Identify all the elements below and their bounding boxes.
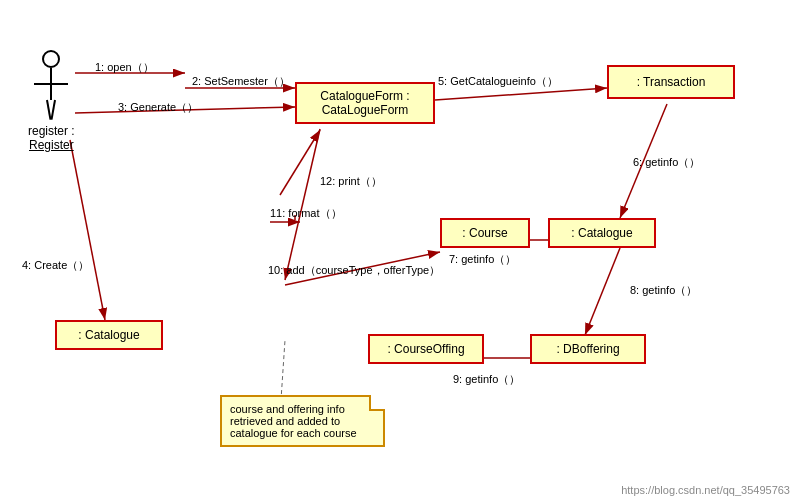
label-8-getinfo: 8: getinfo（） <box>630 283 697 298</box>
label-2-setsemester: 2: SetSemester（） <box>192 74 290 89</box>
box-courseoffing: : CourseOffing <box>368 334 484 364</box>
label-5-getcatalogueinfo: 5: GetCatalogueinfo（） <box>438 74 558 89</box>
svg-line-15 <box>280 130 320 195</box>
box-tr-line1: : Transaction <box>619 75 723 89</box>
label-12-print: 12: print（） <box>320 174 382 189</box>
label-4-create: 4: Create（） <box>22 258 89 273</box>
svg-line-6 <box>435 88 607 100</box>
box-catalogue-mid: : Catalogue <box>548 218 656 248</box>
actor-register: register : Register <box>28 50 75 152</box>
label-11-format: 11: format（） <box>270 206 342 221</box>
note-corner <box>369 395 385 411</box>
svg-line-9 <box>585 248 620 335</box>
box-db-line1: : DBoffering <box>540 342 636 356</box>
label-1-open: 1: open（） <box>95 60 154 75</box>
label-10-add: 10: add（courseType，offerType） <box>268 263 440 278</box>
actor-head <box>42 50 60 68</box>
box-catalogue-left: : Catalogue <box>55 320 163 350</box>
box-cf-line1: CatalogueForm : <box>305 89 425 103</box>
diagram-container: register : Register 1: open（） 2: SetSeme… <box>0 0 800 504</box>
box-cm-line1: : Catalogue <box>558 226 646 240</box>
box-cf-line2: CataLogueForm <box>305 103 425 117</box>
box-co-line1: : Course <box>450 226 520 240</box>
label-3-generate: 3: Generate（） <box>118 100 198 115</box>
label-7-getinfo: 7: getinfo（） <box>449 252 516 267</box>
box-dboffering: : DBoffering <box>530 334 646 364</box>
label-6-getinfo: 6: getinfo（） <box>633 155 700 170</box>
note-box: course and offering info retrieved and a… <box>220 395 385 447</box>
box-cof-line1: : CourseOffing <box>378 342 474 356</box>
actor-label1: register : <box>28 124 75 138</box>
svg-line-17 <box>285 129 320 280</box>
label-9-getinfo: 9: getinfo（） <box>453 372 520 387</box>
box-cl-line1: : Catalogue <box>65 328 153 342</box>
box-transaction: : Transaction <box>607 65 735 99</box>
box-catalogue-form: CatalogueForm : CataLogueForm <box>295 82 435 124</box>
actor-label2: Register <box>28 138 75 152</box>
svg-line-11 <box>70 140 105 320</box>
watermark: https://blog.csdn.net/qq_35495763 <box>621 484 790 496</box>
note-text: course and offering info retrieved and a… <box>230 403 375 439</box>
box-course: : Course <box>440 218 530 248</box>
